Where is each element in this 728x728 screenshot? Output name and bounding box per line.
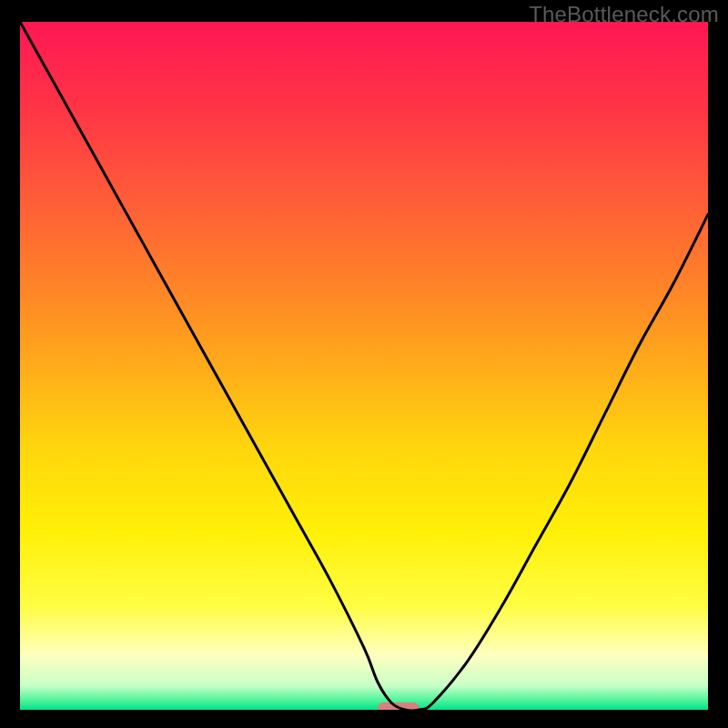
plot-svg — [20, 22, 708, 710]
gradient-background — [20, 22, 708, 710]
bottleneck-curve-plot — [20, 22, 708, 710]
chart-frame: TheBottleneck.com — [0, 0, 728, 728]
